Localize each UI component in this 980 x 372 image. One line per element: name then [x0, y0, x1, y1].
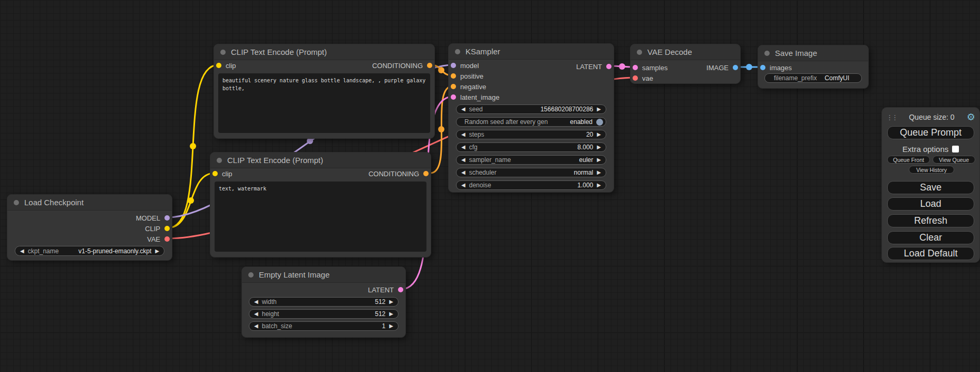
node-save-image[interactable]: Save Image images filename_prefix ComfyU… [758, 45, 869, 89]
collapse-dot-icon[interactable] [14, 200, 19, 205]
queue-front-button[interactable]: Queue Front [887, 156, 930, 164]
node-title-bar[interactable]: CLIP Text Encode (Prompt) [214, 44, 434, 60]
conditioning-port-icon[interactable] [427, 63, 432, 68]
collapse-dot-icon[interactable] [248, 272, 254, 278]
latent-port-icon[interactable] [606, 64, 612, 69]
node-title-bar[interactable]: VAE Decode [630, 44, 740, 60]
widget-cfg[interactable]: ◀ cfg 8.000 ▶ [456, 142, 606, 152]
increment-arrow-icon[interactable]: ▶ [389, 299, 393, 304]
decrement-arrow-icon[interactable]: ◀ [461, 170, 465, 175]
port-vae-input[interactable]: vae [633, 74, 653, 82]
port-latent-output[interactable]: LATENT [368, 285, 403, 294]
positive-prompt-textarea[interactable]: beautiful scenery nature glass bottle la… [218, 73, 430, 133]
queue-panel[interactable]: ⋮⋮ Queue size: 0 ⚙ Queue Prompt Extra op… [881, 107, 980, 263]
decrement-arrow-icon[interactable]: ◀ [254, 311, 258, 317]
collapse-dot-icon[interactable] [764, 51, 770, 56]
view-queue-button[interactable]: View Queue [933, 156, 975, 164]
random-seed-toggle-icon[interactable] [596, 119, 603, 126]
port-conditioning-output[interactable]: CONDITIONING [372, 61, 432, 70]
negative-prompt-textarea[interactable]: text, watermark [215, 182, 426, 252]
node-title-bar[interactable]: Save Image [758, 45, 868, 61]
increment-arrow-icon[interactable]: ▶ [597, 107, 601, 112]
port-conditioning-output[interactable]: CONDITIONING [368, 169, 429, 178]
port-model-input[interactable]: model [451, 61, 479, 70]
increment-arrow-icon[interactable]: ▶ [155, 249, 159, 254]
node-title-bar[interactable]: Empty Latent Image [242, 267, 405, 283]
increment-arrow-icon[interactable]: ▶ [597, 145, 601, 150]
port-clip-input[interactable]: clip [212, 169, 232, 178]
node-empty-latent-image[interactable]: Empty Latent Image LATENT ◀ width 512 ▶ … [241, 266, 406, 338]
increment-arrow-icon[interactable]: ▶ [389, 323, 393, 329]
drag-handle-icon[interactable]: ⋮⋮ [886, 113, 897, 121]
port-positive-input[interactable]: positive [451, 72, 483, 80]
widget-filename-prefix[interactable]: filename_prefix ComfyUI [764, 73, 862, 83]
port-images-input[interactable]: images [760, 63, 792, 72]
queue-prompt-button[interactable]: Queue Prompt [887, 126, 974, 139]
collapse-dot-icon[interactable] [220, 50, 226, 55]
vae-port-icon[interactable] [633, 75, 638, 81]
port-latent-output[interactable]: LATENT [576, 62, 612, 71]
model-port-icon[interactable] [451, 63, 456, 68]
widget-scheduler[interactable]: ◀ scheduler normal ▶ [456, 168, 606, 177]
widget-denoise[interactable]: ◀ denoise 1.000 ▶ [456, 180, 606, 190]
widget-height[interactable]: ◀ height 512 ▶ [249, 309, 399, 319]
node-clip-text-encode-positive[interactable]: CLIP Text Encode (Prompt) clip CONDITION… [214, 44, 435, 139]
collapse-dot-icon[interactable] [455, 49, 460, 54]
decrement-arrow-icon[interactable]: ◀ [461, 132, 465, 137]
collapse-dot-icon[interactable] [637, 50, 642, 55]
latent-port-icon[interactable] [398, 287, 403, 292]
latent-port-icon[interactable] [633, 65, 638, 70]
conditioning-port-icon[interactable] [423, 171, 429, 176]
extra-options-checkbox[interactable] [952, 146, 959, 152]
port-image-output[interactable]: IMAGE [706, 63, 738, 72]
port-latent-image-input[interactable]: latent_image [451, 93, 499, 101]
view-history-button[interactable]: View History [909, 166, 954, 174]
conditioning-port-icon[interactable] [451, 73, 456, 79]
collapse-dot-icon[interactable] [217, 158, 222, 163]
decrement-arrow-icon[interactable]: ◀ [254, 323, 258, 329]
widget-batch-size[interactable]: ◀ batch_size 1 ▶ [249, 321, 399, 331]
port-negative-input[interactable]: negative [451, 82, 486, 91]
increment-arrow-icon[interactable]: ▶ [597, 132, 601, 137]
conditioning-port-icon[interactable] [451, 84, 456, 89]
clear-button[interactable]: Clear [887, 231, 974, 244]
decrement-arrow-icon[interactable]: ◀ [20, 249, 24, 254]
node-ksampler[interactable]: KSampler model positive negative latent_… [448, 43, 614, 193]
node-vae-decode[interactable]: VAE Decode samples vae IMAGE [630, 44, 741, 84]
node-title-bar[interactable]: Load Checkpoint [7, 195, 172, 211]
decrement-arrow-icon[interactable]: ◀ [461, 157, 465, 163]
latent-port-icon[interactable] [451, 94, 456, 100]
clip-port-icon[interactable] [212, 171, 218, 176]
port-samples-input[interactable]: samples [633, 63, 667, 72]
settings-gear-icon[interactable]: ⚙ [967, 112, 975, 122]
decrement-arrow-icon[interactable]: ◀ [254, 299, 258, 304]
port-clip-output[interactable]: CLIP [145, 224, 170, 233]
widget-seed[interactable]: ◀ seed 156680208700286 ▶ [456, 104, 606, 114]
load-default-button[interactable]: Load Default [887, 247, 974, 260]
node-title-bar[interactable]: CLIP Text Encode (Prompt) [210, 152, 431, 168]
widget-width[interactable]: ◀ width 512 ▶ [249, 297, 399, 307]
node-load-checkpoint[interactable]: Load Checkpoint MODEL CLIP VAE ◀ ckpt_na… [7, 194, 172, 261]
clip-port-icon[interactable] [216, 63, 221, 68]
vae-port-icon[interactable] [164, 236, 170, 242]
increment-arrow-icon[interactable]: ▶ [597, 157, 601, 163]
node-title-bar[interactable]: KSampler [449, 44, 614, 60]
decrement-arrow-icon[interactable]: ◀ [461, 107, 465, 112]
decrement-arrow-icon[interactable]: ◀ [461, 145, 465, 150]
image-port-icon[interactable] [760, 65, 765, 70]
port-clip-input[interactable]: clip [216, 61, 236, 70]
widget-ckpt-name[interactable]: ◀ ckpt_name v1-5-pruned-emaonly.ckpt ▶ [15, 246, 164, 256]
save-button[interactable]: Save [887, 181, 974, 194]
model-port-icon[interactable] [164, 215, 170, 221]
image-port-icon[interactable] [733, 65, 738, 70]
load-button[interactable]: Load [887, 197, 974, 211]
decrement-arrow-icon[interactable]: ◀ [461, 183, 465, 188]
port-model-output[interactable]: MODEL [136, 214, 170, 222]
increment-arrow-icon[interactable]: ▶ [597, 170, 601, 175]
increment-arrow-icon[interactable]: ▶ [389, 311, 393, 317]
increment-arrow-icon[interactable]: ▶ [597, 183, 601, 188]
clip-port-icon[interactable] [164, 226, 170, 231]
widget-sampler-name[interactable]: ◀ sampler_name euler ▶ [456, 155, 606, 165]
widget-steps[interactable]: ◀ steps 20 ▶ [456, 130, 606, 139]
port-vae-output[interactable]: VAE [147, 235, 170, 243]
